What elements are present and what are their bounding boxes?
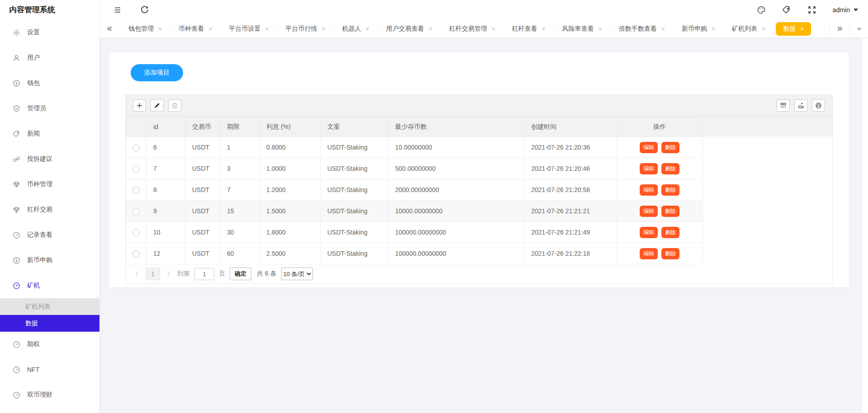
tab-close-icon[interactable]: × — [208, 26, 212, 32]
cell-note: USDT-Staking — [321, 222, 388, 243]
edit-button[interactable]: 编辑 — [640, 142, 658, 153]
row-radio[interactable] — [132, 187, 140, 194]
tab[interactable]: 杠杆查看× — [504, 20, 554, 38]
tabs-dropdown-button[interactable] — [850, 20, 868, 38]
confirm-button[interactable]: 确定 — [230, 268, 251, 280]
tab[interactable]: 新币申购× — [674, 20, 724, 38]
cell-created: 2021-07-26 21:20:58 — [524, 179, 617, 201]
fullscreen-icon[interactable] — [807, 5, 816, 14]
scrollbar-track[interactable] — [862, 38, 868, 413]
edit-button[interactable]: 编辑 — [640, 163, 658, 174]
edit-button[interactable]: 编辑 — [640, 248, 658, 259]
tab[interactable]: 机器人× — [334, 20, 378, 38]
row-radio[interactable] — [132, 250, 140, 258]
tab-close-icon[interactable]: × — [762, 26, 765, 32]
tabs-scroll-right-button[interactable] — [829, 20, 850, 38]
sidebar-item[interactable]: 记录查看 — [0, 222, 99, 248]
sidebar-item[interactable]: 杠杆交易 — [0, 197, 99, 222]
sidebar-item[interactable]: 币种管理 — [0, 172, 99, 197]
sidebar-item[interactable]: $新币申购 — [0, 248, 99, 273]
print-button[interactable] — [812, 99, 825, 112]
edit-button[interactable]: 编辑 — [640, 227, 658, 238]
tag-icon[interactable] — [782, 5, 791, 14]
delete-button[interactable]: 删除 — [661, 184, 679, 196]
tab-close-icon[interactable]: × — [429, 26, 432, 32]
prev-page-button[interactable] — [133, 271, 141, 277]
cell-id: 7 — [146, 158, 185, 179]
row-radio[interactable] — [132, 229, 140, 236]
add-project-button[interactable]: 添加项目 — [131, 64, 183, 81]
sidebar-item[interactable]: 投拆建议 — [0, 146, 99, 172]
tab-close-icon[interactable]: × — [491, 26, 495, 32]
sidebar-item[interactable]: 管理员 — [0, 96, 99, 121]
edit-button[interactable]: 编辑 — [640, 206, 658, 217]
delete-button[interactable]: 删除 — [661, 227, 679, 238]
user-menu[interactable]: admin — [833, 6, 858, 14]
sidebar-item[interactable]: 双币理财 — [0, 382, 99, 408]
cell-created: 2021-07-26 21:22:18 — [524, 243, 617, 264]
current-page[interactable]: 1 — [146, 268, 160, 280]
svg-text:$: $ — [15, 258, 18, 263]
refresh-icon[interactable] — [140, 5, 149, 14]
table-body: 6USDT10.8000USDT-Staking10.000000002021-… — [126, 137, 703, 264]
export-button[interactable] — [794, 99, 807, 112]
sidebar-subitem[interactable]: 矿机列表 — [0, 298, 99, 315]
tab-close-icon[interactable]: × — [599, 26, 602, 32]
tabs-scroll-left-button[interactable] — [99, 20, 120, 38]
tab[interactable]: 风险率查看× — [554, 20, 611, 38]
tab[interactable]: 倍数手数查看× — [611, 20, 674, 38]
coin-icon: $ — [13, 257, 20, 264]
theme-palette-icon[interactable] — [757, 5, 766, 14]
tab-close-icon[interactable]: × — [800, 26, 804, 32]
tab[interactable]: 平台币行情× — [278, 20, 334, 38]
tab-close-icon[interactable]: × — [712, 26, 715, 32]
delete-button[interactable]: 删除 — [661, 248, 679, 259]
tab-close-icon[interactable]: × — [542, 26, 545, 32]
sidebar-item[interactable]: 矿机 — [0, 273, 99, 298]
tab[interactable]: 杠杆交易管理× — [441, 20, 504, 38]
trash-button[interactable] — [168, 99, 181, 112]
delete-button[interactable]: 删除 — [661, 163, 679, 174]
next-page-button[interactable] — [165, 271, 173, 277]
tab-active[interactable]: 数据× — [776, 22, 811, 36]
delete-button[interactable]: 删除 — [661, 142, 679, 153]
cell-note: USDT-Staking — [321, 201, 388, 222]
tab-close-icon[interactable]: × — [265, 26, 269, 32]
tab-close-icon[interactable]: × — [322, 26, 326, 32]
tab[interactable]: 用户交易查看× — [378, 20, 441, 38]
main-area: admin 钱包管理×币种查看×平台币设置×平台币行情×机器人×用户交易查看×杠… — [99, 0, 868, 413]
row-radio[interactable] — [132, 144, 140, 151]
sidebar-item[interactable]: 设置 — [0, 20, 99, 45]
tab[interactable]: 币种查看× — [170, 20, 221, 38]
goto-page-input[interactable] — [194, 268, 214, 280]
row-radio[interactable] — [132, 208, 140, 215]
tab-close-icon[interactable]: × — [661, 26, 665, 32]
tab-label: 杠杆查看 — [512, 25, 537, 33]
sidebar-item-label: 新闻 — [27, 130, 40, 138]
plus-button[interactable] — [133, 99, 146, 112]
pencil-button[interactable] — [151, 99, 164, 112]
cell-term: 1 — [220, 137, 259, 158]
table-row: 7USDT31.0000USDT-Staking500.000000002021… — [126, 158, 703, 179]
edit-button[interactable]: 编辑 — [640, 184, 658, 196]
page-size-select[interactable]: 10 条/页 — [281, 268, 313, 280]
tab[interactable]: 平台币设置× — [221, 20, 277, 38]
cell-min-deposit: 100000.00000000 — [388, 222, 524, 243]
cell-radio — [126, 137, 146, 158]
tab-close-icon[interactable]: × — [158, 26, 162, 32]
sidebar-item[interactable]: 期权 — [0, 332, 99, 357]
tab[interactable]: 钱包管理× — [120, 20, 170, 38]
menu-fold-icon[interactable] — [113, 5, 122, 14]
sidebar-item[interactable]: 新闻 — [0, 121, 99, 146]
sidebar-subitem[interactable]: 数据 — [0, 315, 99, 332]
columns-button[interactable] — [777, 99, 790, 112]
total-count: 共 6 条 — [257, 270, 277, 278]
sidebar-item[interactable]: 用户 — [0, 45, 99, 70]
sidebar-item[interactable]: NFT — [0, 357, 99, 382]
tab-close-icon[interactable]: × — [366, 26, 369, 32]
row-radio[interactable] — [132, 165, 140, 173]
delete-button[interactable]: 删除 — [661, 206, 679, 217]
diamond-icon — [13, 181, 20, 188]
tab[interactable]: 矿机列表× — [724, 20, 774, 38]
sidebar-item[interactable]: $钱包 — [0, 70, 99, 96]
